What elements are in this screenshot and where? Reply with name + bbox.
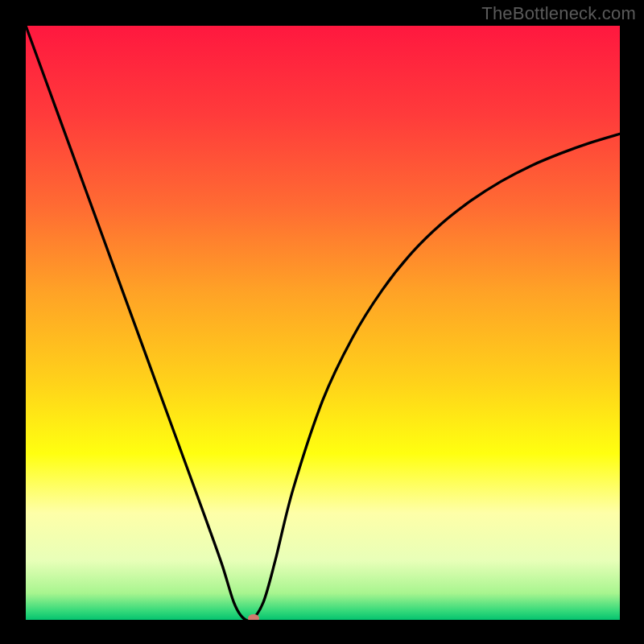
watermark-text: TheBottleneck.com xyxy=(481,3,636,24)
curve-layer xyxy=(26,26,620,620)
optimum-marker xyxy=(248,614,259,620)
chart-frame: TheBottleneck.com xyxy=(0,0,644,644)
plot-area xyxy=(26,26,620,620)
bottleneck-curve xyxy=(26,26,620,620)
